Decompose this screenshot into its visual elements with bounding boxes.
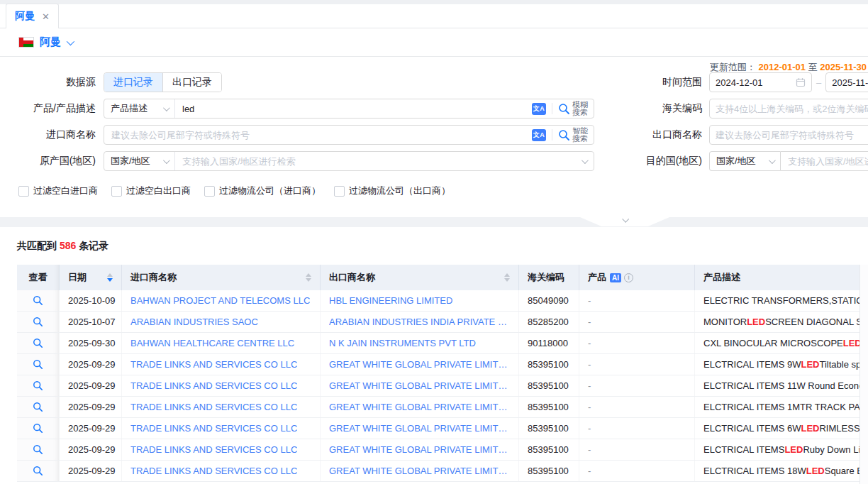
origin-country-input[interactable] (175, 156, 574, 167)
vertical-scrollbar[interactable] (859, 265, 868, 484)
tab-export-records[interactable]: 出口记录 (162, 73, 221, 92)
exporter-link[interactable]: GREAT WHITE GLOBAL PRIVATE LIMITED (329, 359, 510, 370)
checkbox-filter-blank-importer[interactable]: 过滤空白进口商 (18, 185, 98, 197)
importer-name-input[interactable] (104, 130, 529, 141)
exporter-link[interactable]: GREAT WHITE GLOBAL PRIVATE LIMITED (329, 402, 510, 412)
exporter-link[interactable]: GREAT WHITE GLOBAL PRIVATE LIMITED (329, 380, 510, 391)
close-icon[interactable]: ✕ (42, 11, 50, 22)
smart-search-line2: 搜索 (572, 134, 588, 143)
date-to-input[interactable] (832, 77, 868, 88)
view-cell[interactable] (17, 397, 60, 417)
date-from-input[interactable] (716, 77, 796, 88)
importer-link[interactable]: TRADE LINKS AND SERVICES CO LLC (130, 444, 297, 455)
sort-icon-exporter[interactable] (504, 273, 510, 282)
view-record-icon[interactable] (33, 338, 43, 348)
table-body: 2025-10-09 BAHWAN PROJECT AND TELECOMS L… (17, 290, 859, 482)
table-row: 2025-09-29 TRADE LINKS AND SERVICES CO L… (17, 461, 859, 482)
view-record-icon[interactable] (33, 380, 43, 391)
importer-link[interactable]: BAHWAN HEALTHCARE CENTRE LLC (130, 338, 294, 348)
chevron-down-icon[interactable] (67, 37, 74, 45)
column-header-importer[interactable]: 进口商名称 (122, 265, 321, 290)
destination-type-select[interactable]: 国家/地区 (709, 151, 780, 171)
exporter-name-field[interactable] (709, 125, 868, 145)
view-cell[interactable] (17, 461, 60, 481)
smart-search-button[interactable]: 智能搜索 (555, 127, 594, 143)
exporter-link[interactable]: GREAT WHITE GLOBAL PRIVATE LIMITED (329, 444, 510, 455)
exporter-link[interactable]: HBL ENGINEERING LIMITED (329, 295, 452, 306)
table-row: 2025-10-07 ARABIAN INDUSTRIES SAOC ARABI… (17, 312, 859, 333)
chevron-down-icon[interactable] (582, 157, 589, 164)
view-record-icon[interactable] (33, 402, 43, 412)
view-record-icon[interactable] (33, 317, 43, 327)
column-header-date[interactable]: 日期 (60, 265, 122, 290)
view-record-icon[interactable] (33, 295, 43, 306)
checkbox-filter-logistics-importer[interactable]: 过滤物流公司（进口商） (204, 185, 321, 197)
checkbox-icon[interactable] (204, 186, 215, 197)
importer-link[interactable]: BAHWAN PROJECT AND TELECOMS LLC (130, 295, 310, 306)
translate-icon[interactable]: 文A (532, 103, 546, 115)
summary-prefix: 共匹配到 (17, 240, 57, 251)
collapse-form-handle[interactable] (580, 217, 669, 226)
view-cell[interactable] (17, 418, 60, 439)
product-label: 产品/产品描述 (0, 102, 96, 115)
date-to-field[interactable] (825, 72, 868, 92)
tab-import-records[interactable]: 进口记录 (104, 73, 162, 92)
checkbox-filter-logistics-exporter[interactable]: 过滤物流公司（出口商） (334, 185, 450, 197)
exporter-link[interactable]: ARABIAN INDUSTRIES INDIA PRIVATE LIMIT..… (329, 317, 510, 327)
product-type-select[interactable]: 产品描述 (104, 99, 175, 118)
checkbox-filter-blank-exporter[interactable]: 过滤空白出口商 (111, 185, 191, 197)
date-from-field[interactable] (709, 72, 812, 92)
view-record-icon[interactable] (33, 423, 43, 434)
destination-country-input[interactable] (788, 156, 868, 167)
info-icon[interactable]: i (624, 273, 633, 282)
table-header: 查看 日期 进口商名称 出口商名称 海关编码 产品 AI i (17, 265, 859, 290)
view-cell[interactable] (17, 290, 60, 311)
view-cell[interactable] (17, 375, 60, 396)
checkbox-icon[interactable] (334, 186, 345, 197)
sort-icon-importer[interactable] (306, 273, 311, 282)
view-cell[interactable] (17, 439, 60, 460)
importer-link[interactable]: TRADE LINKS AND SERVICES CO LLC (130, 359, 297, 370)
destination-label: 目的国(地区) (638, 155, 702, 167)
column-header-exporter[interactable]: 出口商名称 (321, 265, 519, 290)
column-header-description: 产品描述 (695, 265, 859, 290)
hs-code-input[interactable] (716, 104, 868, 114)
exporter-link[interactable]: GREAT WHITE GLOBAL PRIVATE LIMITED (329, 466, 510, 476)
importer-link[interactable]: TRADE LINKS AND SERVICES CO LLC (130, 466, 297, 476)
checkbox-icon[interactable] (111, 186, 122, 197)
tab-oman[interactable]: 阿曼 ✕ (6, 4, 59, 28)
hs-code-field[interactable] (709, 99, 868, 119)
view-record-icon[interactable] (33, 466, 43, 476)
update-range-label: 更新范围： (710, 62, 756, 72)
destination-country-field[interactable] (780, 151, 868, 171)
exporter-link[interactable]: N K JAIN INSTRUMENTS PVT LTD (329, 338, 476, 348)
fuzzy-search-button[interactable]: 模糊搜索 (555, 101, 594, 116)
exporter-name-input[interactable] (716, 130, 868, 141)
hs-code-cell: 90118000 (519, 333, 579, 353)
product-search-input[interactable] (175, 104, 529, 114)
hs-code-cell: 85395100 (519, 375, 579, 396)
view-cell[interactable] (17, 312, 60, 332)
view-record-icon[interactable] (33, 359, 43, 370)
view-cell[interactable] (17, 354, 60, 375)
hs-code-cell: 85395100 (519, 439, 579, 460)
country-name[interactable]: 阿曼 (40, 35, 61, 49)
view-cell[interactable] (17, 333, 60, 353)
checkbox-icon[interactable] (18, 186, 29, 197)
importer-link[interactable]: TRADE LINKS AND SERVICES CO LLC (130, 423, 297, 434)
view-record-icon[interactable] (33, 444, 43, 455)
divider (552, 103, 552, 114)
column-header-view: 查看 (17, 265, 60, 290)
importer-link[interactable]: ARABIAN INDUSTRIES SAOC (130, 317, 258, 327)
date-cell: 2025-09-30 (60, 333, 122, 353)
sort-icon-date[interactable] (107, 273, 113, 282)
filter-checkboxes: 过滤空白进口商 过滤空白出口商 过滤物流公司（进口商） 过滤物流公司（出口商） (18, 185, 450, 197)
product-desc-cell: ELCTRICAL ITEMS 1MTR TRACK PATT... (695, 397, 859, 417)
origin-type-select[interactable]: 国家/地区 (104, 152, 175, 170)
exporter-link[interactable]: GREAT WHITE GLOBAL PRIVATE LIMITED (329, 423, 510, 434)
translate-icon[interactable]: 文A (532, 129, 546, 141)
importer-link[interactable]: TRADE LINKS AND SERVICES CO LLC (130, 380, 297, 391)
importer-link[interactable]: TRADE LINKS AND SERVICES CO LLC (130, 402, 297, 412)
hs-code-cell: 85395100 (519, 354, 579, 375)
importer-cell: TRADE LINKS AND SERVICES CO LLC (122, 354, 321, 375)
